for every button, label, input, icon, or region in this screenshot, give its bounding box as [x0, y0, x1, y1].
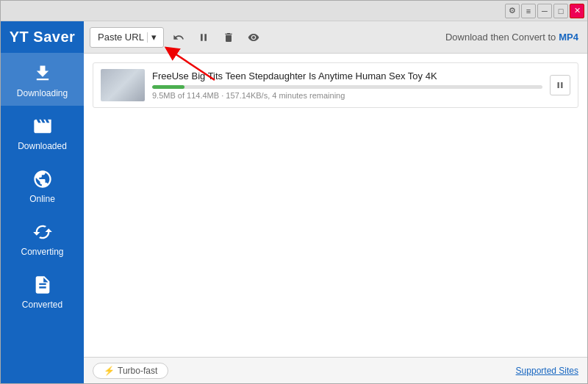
turbo-fast-button[interactable]: ⚡ Turbo-fast — [93, 363, 168, 379]
close-icon[interactable]: ✕ — [570, 4, 584, 18]
progress-bar-fill — [152, 85, 184, 89]
sidebar-item-converting[interactable]: Converting — [1, 211, 84, 264]
format-link[interactable]: MP4 — [559, 32, 578, 43]
sidebar-label-online: Online — [29, 194, 55, 204]
bottom-bar: ⚡ Turbo-fast Supported Sites — [84, 357, 587, 383]
film-icon — [31, 115, 54, 138]
app-title: YT Saver — [1, 21, 84, 53]
maximize-icon[interactable]: □ — [553, 4, 568, 18]
title-bar: ⚙ ≡ ─ □ ✕ — [1, 1, 587, 21]
sidebar-label-downloaded: Downloaded — [18, 141, 67, 151]
paste-url-button[interactable]: Paste URL ▾ — [90, 27, 164, 48]
download-stats: 9.5MB of 114.4MB · 157.14KB/s, 4 minutes… — [152, 91, 542, 100]
download-item: FreeUse Big Tits Teen Stepdaughter Is An… — [93, 62, 578, 108]
sidebar-label-downloading: Downloading — [17, 88, 68, 98]
toolbar-right: Download then Convert to MP4 — [445, 32, 578, 43]
sidebar-item-converted[interactable]: Converted — [1, 264, 84, 317]
undo-button[interactable] — [168, 27, 189, 48]
settings-icon[interactable]: ⚙ — [505, 4, 520, 18]
pause-all-button[interactable] — [193, 27, 214, 48]
download-progress-row: 9.5MB of 114.4MB · 157.14KB/s, 4 minutes… — [152, 85, 542, 100]
toolbar: Paste URL ▾ — [84, 21, 587, 54]
content-area: FreeUse Big Tits Teen Stepdaughter Is An… — [84, 54, 587, 357]
supported-sites-link[interactable]: Supported Sites — [516, 366, 578, 376]
sidebar-item-online[interactable]: Online — [1, 159, 84, 211]
download-title: FreeUse Big Tits Teen Stepdaughter Is An… — [152, 70, 542, 81]
download-icon — [31, 62, 54, 85]
sidebar-label-converting: Converting — [21, 247, 63, 257]
main-panel: Paste URL ▾ — [84, 21, 587, 383]
paste-url-label: Paste URL — [98, 32, 144, 43]
item-pause-button[interactable] — [550, 75, 570, 95]
sidebar-label-converted: Converted — [22, 300, 62, 310]
convert-icon — [31, 220, 54, 244]
app-container: ⚙ ≡ ─ □ ✕ YT Saver Downloading Downloade… — [0, 0, 588, 384]
menu-icon[interactable]: ≡ — [521, 4, 536, 18]
sidebar-item-downloading[interactable]: Downloading — [1, 53, 84, 106]
turbo-label: Turbo-fast — [118, 366, 157, 376]
minimize-icon[interactable]: ─ — [537, 4, 552, 18]
progress-bar-background — [152, 85, 542, 89]
toolbar-left: Paste URL ▾ — [90, 27, 264, 48]
preview-button[interactable] — [243, 27, 264, 48]
converted-icon — [31, 273, 54, 297]
delete-all-button[interactable] — [218, 27, 239, 48]
download-info: FreeUse Big Tits Teen Stepdaughter Is An… — [152, 70, 542, 100]
sidebar-item-downloaded[interactable]: Downloaded — [1, 106, 84, 159]
turbo-icon: ⚡ — [104, 366, 115, 376]
dropdown-arrow-icon: ▾ — [147, 32, 157, 43]
convert-to-label: Download then Convert to — [445, 32, 556, 43]
app-body: YT Saver Downloading Downloaded — [1, 21, 587, 383]
globe-icon — [31, 167, 54, 191]
sidebar: YT Saver Downloading Downloaded — [1, 21, 84, 383]
download-thumbnail — [101, 69, 145, 101]
